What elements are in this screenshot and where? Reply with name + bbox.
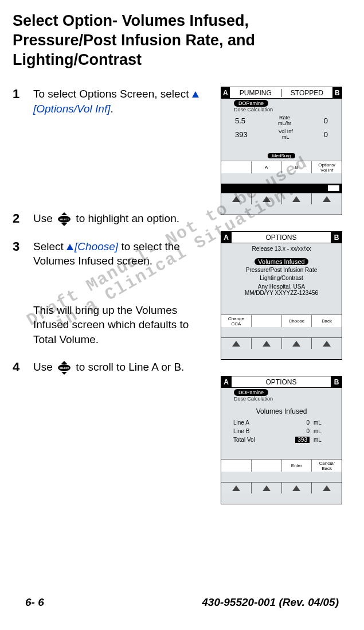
volinf-label: Vol InfmL: [268, 129, 303, 140]
text-segment: Use: [33, 212, 56, 224]
step-3-followup: This will bring up the Volumes Infused s…: [13, 303, 209, 347]
softkey-arrow[interactable]: [281, 482, 312, 493]
softkey-arrow[interactable]: [251, 482, 281, 493]
pumping-status: PUMPING: [230, 89, 281, 97]
softkey-arrows: [221, 482, 342, 493]
step-text: Use SELECT to highlight an option.: [33, 211, 179, 227]
pump-screen-main: A PUMPING STOPPED B DOPamine Dose Calcul…: [221, 87, 342, 215]
battery-icon: [328, 185, 339, 191]
softkey-arrow[interactable]: [311, 193, 342, 204]
softkey-reference: [Options/Vol Inf]: [33, 103, 110, 115]
document-number: 430-95520-001 (Rev. 04/05): [202, 596, 339, 609]
softkey-enter[interactable]: Enter: [281, 459, 312, 472]
dose-calculation-label: Dose Calculation: [234, 396, 342, 402]
line-b-label: Line B: [233, 427, 277, 435]
softkey-arrow[interactable]: [311, 337, 342, 349]
softkey-cancel-back[interactable]: Cancel/ Back: [311, 459, 342, 472]
step-number: 3: [13, 239, 25, 254]
step-number: 4: [13, 360, 25, 375]
volumes-infused-table: Line A 0 mL Line B 0 mL Total Vol 393: [232, 418, 329, 445]
rate-value-b: 0: [324, 116, 328, 125]
line-b-value: 0: [279, 427, 312, 435]
softkey-empty: [221, 459, 251, 472]
svg-text:SELECT: SELECT: [60, 218, 69, 221]
softkey-arrow[interactable]: [281, 337, 312, 349]
line-a-unit: mL: [313, 419, 328, 426]
total-vol-unit: mL: [313, 436, 328, 444]
rate-label: RatemL/hr: [267, 115, 302, 126]
step-text: Use SELECT to scroll to Line A or B.: [33, 360, 184, 375]
option-lighting-contrast[interactable]: Lighting/Contrast: [221, 275, 342, 281]
softkey-triangle-icon: [192, 91, 199, 98]
total-vol-value: 393: [295, 437, 310, 443]
options-header: OPTIONS: [232, 232, 331, 243]
softkey-back[interactable]: Back: [311, 314, 342, 327]
softkey-arrow[interactable]: [221, 482, 251, 493]
volinf-value-b: 0: [324, 130, 328, 139]
text-segment: To select Options Screen, select: [33, 88, 192, 100]
text-segment: .: [110, 103, 113, 115]
step-text: To select Options Screen, select [Option…: [33, 87, 209, 116]
screen-header: A OPTIONS B: [221, 376, 342, 388]
softkey-arrow[interactable]: [221, 193, 251, 204]
text-segment: Select: [33, 240, 66, 252]
hospital-label: Any Hospital, USA: [221, 283, 342, 290]
softkey-arrow[interactable]: [221, 337, 251, 349]
page-number: 6- 6: [25, 596, 44, 609]
total-vol-label: Total Vol: [233, 436, 277, 444]
softkey-change-cca[interactable]: Change CCA: [221, 314, 251, 327]
softkey-triangle-icon: [66, 244, 73, 250]
softkey-options-volinf[interactable]: Options/ Vol Inf: [311, 161, 342, 173]
softkey-arrows: [221, 193, 342, 204]
softkey-arrows: [221, 337, 342, 349]
channel-b-indicator: B: [331, 232, 342, 243]
softkey-arrow[interactable]: [251, 337, 281, 349]
softkey-arrow[interactable]: [311, 482, 342, 493]
softkey-choose[interactable]: Choose: [281, 314, 312, 327]
subscreen-title: Volumes Infused: [221, 407, 342, 415]
rate-value-a: 5.5: [235, 116, 245, 125]
svg-marker-3: [61, 223, 67, 226]
drug-label: DOPamine: [234, 389, 268, 396]
drug-label: DOPamine: [234, 100, 268, 107]
svg-marker-4: [61, 361, 67, 364]
page-footer: 6- 6 430-95520-001 (Rev. 04/05): [13, 596, 351, 609]
line-a-value: 0: [279, 419, 312, 426]
option-volumes-infused[interactable]: Volumes Infused: [255, 258, 308, 265]
step-text: Select [Choose] to select the Volumes In…: [33, 239, 209, 269]
release-label: Release 13.x - xx/xx/xx: [221, 243, 342, 252]
dose-calculation-label: Dose Calculation: [234, 107, 342, 112]
softkey-arrow[interactable]: [251, 193, 281, 204]
softkey-empty: [251, 459, 281, 472]
select-key-icon: SELECT: [57, 212, 72, 227]
page-title: Select Option- Volumes Infused, Pressure…: [13, 11, 351, 69]
text-segment: to scroll to Line A or B.: [73, 361, 184, 373]
step-4: 4 Use SELECT to scroll to Line A or B.: [13, 360, 209, 375]
line-a-label: Line A: [233, 419, 277, 426]
softkey-arrow[interactable]: [281, 193, 312, 204]
channel-b-indicator: B: [331, 376, 342, 388]
channel-a-indicator: A: [221, 232, 232, 243]
text-segment: Use: [33, 361, 56, 373]
text-segment: to highlight an option.: [73, 212, 179, 224]
select-key-icon: SELECT: [57, 360, 72, 375]
pump-screen-volumes-infused: A OPTIONS B DOPamine Dose Calculation Vo…: [221, 376, 342, 504]
softkey-reference: [Choose]: [75, 240, 118, 252]
channel-a-indicator: A: [221, 376, 232, 388]
softkey-b[interactable]: B: [281, 161, 312, 173]
channel-b-indicator: B: [333, 87, 342, 99]
step-1: 1 To select Options Screen, select [Opti…: [13, 87, 209, 116]
table-row: Line A 0 mL: [233, 419, 328, 426]
volinf-value-a: 393: [235, 130, 248, 139]
softkey-a[interactable]: A: [251, 161, 281, 173]
line-b-unit: mL: [313, 427, 328, 435]
cca-label: MedSurg: [268, 153, 295, 158]
stamp-label: MM/DD/YY XXYYZZ-123456: [221, 290, 342, 296]
screen-header: A PUMPING STOPPED B: [221, 87, 342, 99]
option-pressure-rate[interactable]: Pressure/Post Infusion Rate: [221, 267, 342, 273]
svg-text:SELECT: SELECT: [60, 367, 69, 370]
options-header: OPTIONS: [232, 376, 331, 388]
table-row: Total Vol 393 mL: [233, 436, 328, 444]
svg-marker-7: [61, 372, 67, 375]
stopped-status: STOPPED: [281, 89, 332, 97]
